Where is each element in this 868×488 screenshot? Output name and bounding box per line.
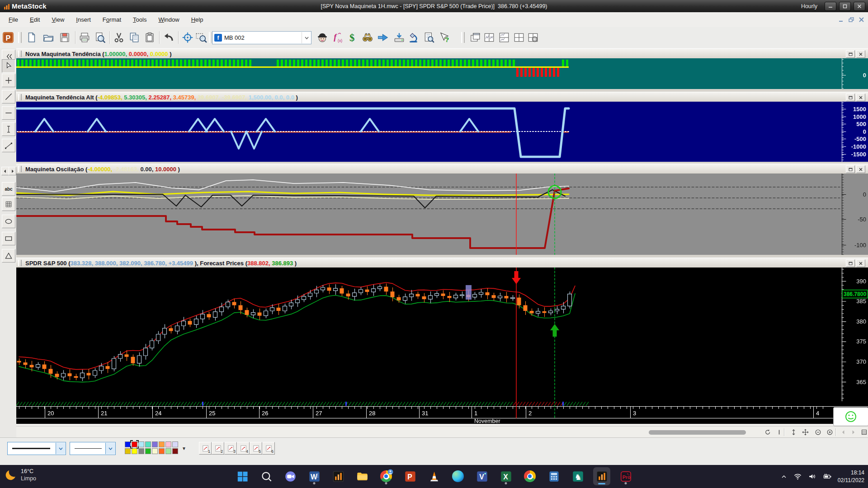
panel-title-price[interactable]: SPDR S&P 500 (383.328, 388.000, 382.090,… (16, 258, 868, 268)
toolbar-grip[interactable] (18, 32, 22, 43)
panel-close-button[interactable] (856, 50, 865, 58)
regression-tool[interactable] (2, 139, 15, 152)
taskbar-visio-icon[interactable]: V (473, 467, 491, 485)
color-swatch[interactable] (138, 448, 144, 454)
color-swatch[interactable] (152, 448, 158, 454)
bar-icon[interactable] (774, 427, 784, 436)
menu-item-format[interactable]: Format (97, 15, 127, 24)
scrollbar-thumb[interactable] (649, 430, 746, 435)
panel-close-button[interactable] (856, 94, 865, 101)
line-weight-combo[interactable] (70, 442, 116, 455)
tile-horizontal-icon[interactable] (497, 30, 511, 45)
panel-close-button[interactable] (856, 259, 865, 267)
combo-dropdown-arrow[interactable] (105, 443, 115, 454)
chart-template-button-3[interactable]: 3 (224, 442, 237, 455)
panel-close-button[interactable] (856, 165, 865, 173)
color-swatch[interactable] (145, 448, 151, 454)
smart-charts-target-icon[interactable] (181, 30, 194, 45)
new-chart-icon[interactable] (25, 30, 38, 45)
cascade-windows-icon[interactable] (468, 30, 482, 45)
menu-item-window[interactable]: Window (152, 15, 185, 24)
scroll-prev-icon[interactable] (838, 427, 848, 436)
taskbar-chrome-icon[interactable] (521, 467, 538, 485)
panel-restore-button[interactable] (846, 94, 855, 101)
color-swatch[interactable] (138, 441, 144, 447)
taskbar-excel-icon[interactable]: X (497, 467, 514, 485)
line-style-combo[interactable] (7, 442, 66, 455)
downloader-icon[interactable] (392, 30, 406, 45)
menu-item-file[interactable]: File (3, 15, 24, 24)
power-console-icon[interactable]: P (1, 30, 15, 45)
triangle-tool[interactable] (2, 249, 15, 263)
close-button[interactable] (854, 2, 865, 11)
zoom-out-icon[interactable] (813, 427, 823, 436)
undo-icon[interactable] (162, 30, 175, 45)
open-icon[interactable] (42, 30, 55, 45)
scroll-next-icon[interactable] (848, 427, 858, 436)
minimize-button[interactable] (825, 2, 836, 11)
trendline-tool[interactable] (2, 90, 15, 103)
taskbar-search-icon[interactable] (258, 467, 275, 485)
color-swatch[interactable] (165, 448, 171, 454)
panel-grip[interactable] (18, 260, 22, 266)
chart-template-button-4[interactable]: 4 (237, 442, 250, 455)
scroll-left-tool[interactable] (1, 167, 9, 175)
panel-title-trend[interactable]: Nova Maquineta Tendência (1.00000, 0.000… (16, 48, 868, 59)
color-swatch[interactable] (132, 448, 137, 454)
combo-dropdown-arrow[interactable] (56, 443, 66, 454)
enhanced-system-tester-microscope-icon[interactable] (407, 30, 420, 45)
tile-grid-icon[interactable] (512, 30, 526, 45)
grid-tool[interactable] (2, 197, 15, 211)
cut-icon[interactable] (112, 30, 126, 45)
menu-item-insert[interactable]: Insert (70, 15, 97, 24)
tray-expand-icon[interactable] (780, 473, 788, 480)
taskbar-teams-chat-icon[interactable] (282, 467, 299, 485)
menu-item-tools[interactable]: Tools (127, 15, 152, 24)
color-swatch[interactable] (159, 441, 165, 447)
scroll-right-tool[interactable] (9, 167, 16, 175)
horizontal-line-tool[interactable] (2, 106, 15, 120)
taskbar-calculator-icon[interactable] (545, 467, 562, 485)
zoom-in-icon[interactable] (825, 427, 835, 436)
smiley-button[interactable] (833, 407, 868, 426)
panel-restore-button[interactable] (846, 50, 855, 58)
panel-title-trend-alt[interactable]: Maquineta Tendência Alt (-4.09853, 5.303… (16, 92, 868, 103)
clock[interactable]: 18:14 02/11/2022 (838, 469, 864, 483)
panel-grip[interactable] (18, 94, 22, 100)
taskbar-metastock-icon[interactable] (330, 467, 347, 485)
expert-advisor-dollar-icon[interactable]: $ (346, 30, 360, 45)
palette-dropdown-arrow[interactable]: ▼ (182, 446, 186, 451)
color-swatch[interactable] (152, 441, 158, 447)
color-swatch[interactable] (172, 448, 178, 454)
tile-vertical-icon[interactable] (482, 30, 496, 45)
context-help-icon[interactable]: ? (438, 30, 451, 45)
pointer-tool[interactable] (2, 59, 15, 73)
print-icon[interactable] (78, 30, 91, 45)
price-candlestick-chart[interactable] (16, 267, 868, 401)
pan-icon[interactable] (800, 427, 810, 436)
taskbar-edge-icon[interactable] (449, 467, 467, 485)
mdi-restore-button[interactable] (847, 16, 855, 23)
color-swatch[interactable] (125, 448, 131, 454)
data-window-icon[interactable] (859, 427, 868, 436)
taskbar-file-explorer-icon[interactable] (354, 467, 371, 485)
combo-dropdown-arrow[interactable] (302, 32, 311, 43)
mdi-close-button[interactable] (857, 16, 865, 23)
indicator-builder-icon[interactable]: f(x) (331, 30, 344, 45)
taskbar-word-icon[interactable]: W (306, 467, 323, 485)
ellipse-tool[interactable] (2, 215, 15, 228)
weather-widget[interactable]: 16°C Limpo (5, 468, 36, 483)
panel-grip[interactable] (18, 166, 22, 172)
text-tool[interactable]: abc (2, 182, 15, 196)
color-swatch[interactable] (172, 441, 178, 447)
taskbar-chess-icon[interactable]: ♞ (569, 467, 586, 485)
chart-template-button-1[interactable]: 1 (199, 442, 212, 455)
color-swatch[interactable] (165, 441, 171, 447)
crosshair-tool[interactable] (2, 74, 15, 87)
battery-icon[interactable] (822, 472, 832, 481)
taskbar-metastock-active-icon[interactable] (593, 467, 610, 485)
mdi-minimize-button[interactable] (837, 16, 845, 23)
color-swatch[interactable] (125, 441, 131, 447)
wifi-icon[interactable] (793, 472, 802, 481)
panel-restore-button[interactable] (846, 259, 855, 267)
